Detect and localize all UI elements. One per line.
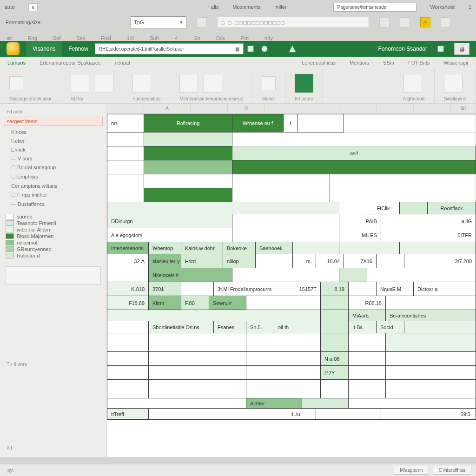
- ribbon-button[interactable]: [179, 74, 198, 93]
- cell[interactable]: [349, 282, 377, 296]
- cell[interactable]: 3701: [149, 282, 181, 296]
- cell[interactable]: nillop: [223, 254, 256, 268]
- ribbon-tab[interactable]: FUT Snts: [408, 60, 430, 66]
- cell[interactable]: [144, 188, 232, 202]
- panel-item[interactable]: F.cker: [4, 137, 103, 145]
- spreadsheet[interactable]: A D 58 nrr Rofiracing Wrnense ou f I asi…: [107, 104, 476, 457]
- cell[interactable]: [400, 242, 476, 254]
- cell[interactable]: FtCilk: [367, 202, 400, 214]
- cell[interactable]: 8 19: [321, 282, 349, 296]
- color-swatch-item[interactable]: wiLe no: Aliarm: [4, 226, 103, 233]
- ribbon-right-label[interactable]: Fonomeon Ssandor: [378, 46, 427, 52]
- panel-item[interactable]: V sors: [4, 155, 103, 162]
- tool-icon-1[interactable]: [197, 17, 207, 27]
- address-bar[interactable]: RHE.sider.operated-1.InitParallelSet.use…: [95, 43, 244, 54]
- panel-item[interactable]: Ehnck: [4, 146, 103, 153]
- cell[interactable]: [344, 114, 476, 132]
- cell[interactable]: [321, 321, 349, 333]
- cell[interactable]: [107, 398, 246, 409]
- cell[interactable]: [144, 160, 232, 174]
- pinned-chip[interactable]: e: [28, 3, 38, 11]
- cell[interactable]: [349, 398, 476, 409]
- cell[interactable]: nrr: [107, 114, 144, 132]
- cell[interactable]: P.7Y: [321, 366, 349, 380]
- cell[interactable]: [107, 310, 321, 321]
- cell[interactable]: [107, 352, 149, 366]
- cell[interactable]: [386, 366, 476, 380]
- menu-item[interactable]: Sef: [53, 35, 61, 41]
- menu-item[interactable]: Fnel: [101, 35, 111, 41]
- cell[interactable]: [298, 114, 344, 132]
- cell[interactable]: [149, 409, 288, 420]
- cell[interactable]: [144, 132, 232, 146]
- col-header[interactable]: [339, 104, 377, 113]
- ribbon-tab[interactable]: nenpat: [115, 60, 131, 66]
- cell[interactable]: Sbortiinetisitie Orl.ns: [149, 321, 214, 333]
- status-button-1[interactable]: Miaappenn: [394, 466, 429, 475]
- col-header[interactable]: [265, 104, 302, 113]
- cell[interactable]: oll th: [274, 321, 321, 333]
- menu-item[interactable]: ndy: [264, 35, 273, 41]
- cell[interactable]: [149, 333, 246, 352]
- cell[interactable]: Kitmr: [149, 296, 181, 310]
- cell[interactable]: Dictosr a: [414, 282, 476, 296]
- menu-item[interactable]: 1:8: [127, 35, 134, 41]
- cell[interactable]: [349, 380, 386, 398]
- cell[interactable]: [349, 352, 386, 366]
- col-header[interactable]: [107, 104, 144, 113]
- ribbon-button[interactable]: [262, 76, 276, 90]
- menu-item[interactable]: Dox: [216, 35, 225, 41]
- ribbon-icon-2[interactable]: [258, 42, 271, 56]
- cell[interactable]: [246, 296, 321, 310]
- color-swatch-item[interactable]: suoree: [4, 213, 103, 220]
- top-menu-2[interactable]: miller: [274, 4, 286, 10]
- cell[interactable]: [386, 296, 476, 310]
- cell[interactable]: [339, 242, 367, 254]
- cell[interactable]: Nitelocels ir: [149, 268, 232, 282]
- color-swatch-item[interactable]: Biosd.Majormen: [4, 233, 103, 239]
- cell[interactable]: DDiourgn: [107, 214, 232, 228]
- top-menu-1[interactable]: Mcomments: [232, 4, 260, 10]
- open-document-tab[interactable]: Pagename/items/header: [333, 3, 416, 12]
- cell[interactable]: Whentop: [149, 242, 181, 254]
- col-header[interactable]: [414, 104, 451, 113]
- menu-item[interactable]: str: [7, 35, 12, 41]
- cell[interactable]: MILES: [339, 228, 381, 242]
- cell[interactable]: Intenersenoris: [107, 242, 149, 254]
- section-tab[interactable]: Fennow: [68, 46, 88, 52]
- cell[interactable]: 15157T: [288, 282, 321, 296]
- cell[interactable]: [349, 366, 386, 380]
- col-header[interactable]: D: [228, 104, 265, 113]
- cell[interactable]: [232, 268, 339, 282]
- cell[interactable]: [367, 268, 476, 282]
- cell[interactable]: [149, 380, 246, 398]
- cell[interactable]: [400, 202, 428, 214]
- cell[interactable]: [181, 282, 214, 296]
- cell[interactable]: Socid: [377, 321, 404, 333]
- cell[interactable]: [316, 409, 381, 420]
- panel-item[interactable]: Dustaffencs: [4, 200, 103, 208]
- status-button-2[interactable]: C ihtarollhiss: [433, 466, 471, 475]
- cell[interactable]: [107, 333, 149, 352]
- ribbon-icon-5[interactable]: [434, 42, 448, 56]
- collapse-ribbon-button[interactable]: ▤: [454, 43, 469, 55]
- col-header[interactable]: [377, 104, 414, 113]
- cell[interactable]: [107, 188, 144, 202]
- panel-checkbox[interactable]: Boural sunagoup: [4, 164, 103, 172]
- ribbon-button[interactable]: [132, 74, 151, 93]
- cell[interactable]: N a 08: [321, 352, 349, 366]
- header-cell[interactable]: I: [284, 114, 298, 132]
- ribbon-icon-1[interactable]: [244, 42, 258, 56]
- tool-icon-4[interactable]: [441, 17, 451, 27]
- cell[interactable]: 18.04: [316, 254, 344, 268]
- breadcrumb-box[interactable]: ▢▢▢▢▢▢▢▢▢▢▢▢▢▢: [217, 17, 369, 28]
- ribbon-button-active[interactable]: [295, 74, 313, 93]
- cell[interactable]: Bokenke: [223, 242, 256, 254]
- cell[interactable]: 5ITFR: [381, 228, 476, 242]
- ribbon-button[interactable]: [403, 74, 422, 93]
- cell[interactable]: [232, 174, 330, 188]
- panel-item[interactable]: Cer amptons wiltans: [4, 182, 103, 190]
- cell[interactable]: F18.89: [107, 296, 149, 310]
- cell[interactable]: [107, 268, 149, 282]
- cell[interactable]: [232, 132, 476, 146]
